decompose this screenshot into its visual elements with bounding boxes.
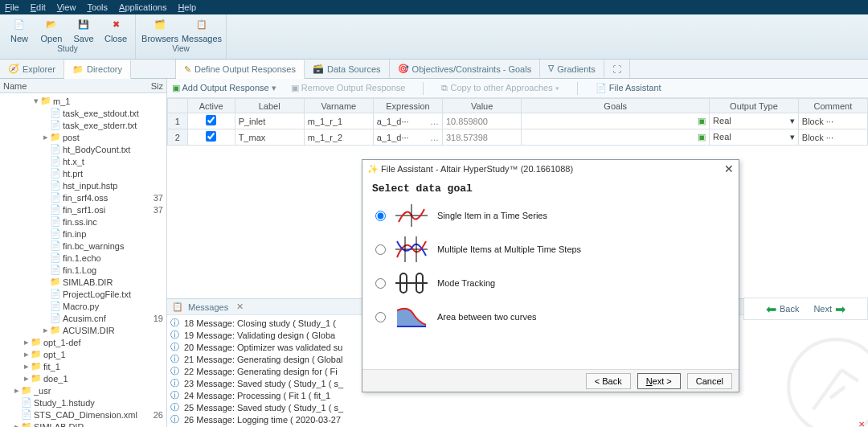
- column-header[interactable]: Varname: [304, 99, 373, 113]
- tree-twisty-icon[interactable]: ▸: [23, 349, 31, 359]
- output-type-cell[interactable]: Real ▾: [710, 113, 799, 129]
- goal-radio[interactable]: [375, 312, 386, 322]
- tree-item[interactable]: 📄fin.1.echo: [0, 252, 166, 264]
- varname-cell[interactable]: m_1_r_1: [304, 113, 373, 129]
- tree-item[interactable]: ▸📁ACUSIM.DIR: [0, 324, 166, 336]
- column-header[interactable]: Expression: [373, 99, 442, 113]
- save-button[interactable]: 💾 Save: [69, 16, 98, 43]
- tree-twisty-icon[interactable]: ▸: [23, 337, 31, 347]
- nav-next-button[interactable]: Next ➡: [813, 302, 845, 317]
- menu-applications[interactable]: Applications: [119, 2, 166, 12]
- expression-cell[interactable]: a_1_d··· …: [373, 129, 442, 146]
- goal-option-multi[interactable]: Multiple Items at Multiple Time Steps: [372, 235, 729, 264]
- dialog-close-icon[interactable]: ✕: [724, 162, 734, 175]
- tree-item[interactable]: 📄fin.1.Log: [0, 264, 166, 276]
- dropdown-icon[interactable]: ▾: [272, 83, 276, 92]
- menu-edit[interactable]: Edit: [31, 2, 46, 12]
- nav-back-button[interactable]: ⬅ Back: [766, 302, 799, 317]
- menu-file[interactable]: File: [5, 2, 19, 12]
- goal-radio[interactable]: [375, 244, 386, 255]
- tab-data-sources[interactable]: 🗃️ Data Sources: [305, 60, 390, 78]
- tree-item[interactable]: 📁SIMLAB.DIR: [0, 276, 166, 288]
- dialog-next-button[interactable]: Next >: [637, 373, 681, 389]
- tree-item[interactable]: 📄Acusim.cnf19: [0, 312, 166, 324]
- tab-expand[interactable]: ⛶: [604, 60, 630, 78]
- message-line[interactable]: ⓘ25 Message: Saved study ( Study_1 ( s_: [170, 401, 865, 413]
- dialog-cancel-button[interactable]: Cancel: [687, 373, 732, 389]
- value-cell[interactable]: 10.859800: [442, 113, 521, 129]
- tree-item[interactable]: 📄ProjectLogFile.txt: [0, 288, 166, 300]
- tree-item[interactable]: 📄ht.prt: [0, 167, 166, 179]
- tree-item[interactable]: 📄ht.x_t: [0, 155, 166, 167]
- tree-item[interactable]: ▾📁m_1: [0, 95, 166, 107]
- tree-item[interactable]: ▸📁fit_1: [0, 360, 166, 372]
- dialog-titlebar[interactable]: ✨ File Assistant - Altair HyperStudy™ (2…: [362, 160, 739, 178]
- column-header[interactable]: Comment: [798, 99, 867, 113]
- comment-cell[interactable]: Block ···: [798, 113, 867, 129]
- menu-view[interactable]: View: [57, 2, 76, 12]
- add-output-button[interactable]: ▣ Add Output Response ▾: [172, 83, 276, 93]
- comment-cell[interactable]: Block ···: [798, 129, 867, 146]
- tree-item[interactable]: 📄Study_1.hstudy: [0, 396, 166, 409]
- tree-twisty-icon[interactable]: ▸: [23, 373, 31, 384]
- tree-twisty-icon[interactable]: ▾: [32, 96, 40, 106]
- tree-item[interactable]: ▸📁opt_1-def: [0, 336, 166, 348]
- output-type-cell[interactable]: Real ▾: [710, 129, 799, 146]
- column-header[interactable]: Active: [187, 99, 235, 113]
- tab-directory[interactable]: 📁 Directory: [64, 60, 131, 79]
- goal-option-mode[interactable]: Mode Tracking: [372, 269, 729, 298]
- goals-cell[interactable]: ▣: [522, 113, 710, 129]
- sidebar-header-size[interactable]: Siz: [151, 81, 163, 91]
- goal-radio[interactable]: [375, 211, 386, 221]
- tree-item[interactable]: 📄fin.ss.inc: [0, 216, 166, 228]
- tree-item[interactable]: ▸📁post: [0, 131, 166, 143]
- file-tree[interactable]: ▾📁m_1📄task_exe_stdout.txt📄task_exe_stder…: [0, 93, 166, 427]
- active-cell[interactable]: [187, 113, 235, 129]
- column-header[interactable]: [168, 99, 188, 113]
- goals-cell[interactable]: ▣: [522, 129, 710, 146]
- label-cell[interactable]: P_inlet: [235, 113, 304, 129]
- goal-radio[interactable]: [375, 278, 386, 289]
- tree-item[interactable]: ▸📁opt_1: [0, 348, 166, 360]
- tree-twisty-icon[interactable]: ▸: [23, 361, 31, 372]
- column-header[interactable]: Value: [442, 99, 521, 113]
- column-header[interactable]: Output Type: [710, 99, 799, 113]
- menu-help[interactable]: Help: [178, 2, 196, 12]
- row-number[interactable]: 1: [168, 113, 188, 129]
- tree-twisty-icon[interactable]: ▸: [42, 325, 50, 335]
- tab-gradients[interactable]: ∇ Gradients: [540, 60, 604, 78]
- tree-item[interactable]: 📄fin_srf4.oss37: [0, 191, 166, 203]
- close-button[interactable]: ✖ Close: [101, 16, 130, 43]
- active-checkbox[interactable]: [206, 115, 216, 125]
- message-line[interactable]: ⓘ26 Message: Logging time ( 2020-03-27: [170, 413, 865, 425]
- active-checkbox[interactable]: [206, 131, 216, 142]
- goal-option-area[interactable]: Area between two curves: [372, 302, 729, 331]
- label-cell[interactable]: T_max: [235, 129, 304, 146]
- tab-define-output[interactable]: ✎ Define Output Responses: [176, 60, 305, 79]
- output-responses-table[interactable]: ActiveLabelVarnameExpressionValueGoalsOu…: [167, 98, 868, 146]
- table-row[interactable]: 2T_maxm_1_r_2a_1_d··· …318.57398▣Real ▾B…: [168, 129, 868, 146]
- active-cell[interactable]: [187, 129, 235, 146]
- tree-twisty-icon[interactable]: ▸: [13, 385, 21, 396]
- tree-item[interactable]: 📄STS_CAD_Dimension.xml26: [0, 409, 166, 421]
- panel-close-icon[interactable]: ✕: [858, 420, 865, 427]
- row-number[interactable]: 2: [168, 129, 188, 146]
- menu-tools[interactable]: Tools: [87, 2, 108, 12]
- open-button[interactable]: 📂 Open: [37, 16, 66, 43]
- tab-objectives[interactable]: 🎯 Objectives/Constraints - Goals: [390, 60, 541, 78]
- tree-item[interactable]: 📄Macro.py: [0, 300, 166, 312]
- tree-item[interactable]: 📄fin.bc_warnings: [0, 240, 166, 252]
- tree-twisty-icon[interactable]: ▸: [42, 132, 50, 142]
- varname-cell[interactable]: m_1_r_2: [304, 129, 373, 146]
- tree-item[interactable]: ▸📁doe_1: [0, 372, 166, 384]
- new-button[interactable]: 📄 New: [5, 16, 34, 43]
- tree-twisty-icon[interactable]: ▸: [13, 421, 21, 427]
- tree-item[interactable]: ▸📁_usr: [0, 384, 166, 396]
- table-row[interactable]: 1P_inletm_1_r_1a_1_d··· …10.859800▣Real …: [168, 113, 868, 129]
- tree-item[interactable]: 📄hst_input.hstp: [0, 179, 166, 191]
- tree-item[interactable]: 📄ht_BodyCount.txt: [0, 143, 166, 155]
- expression-cell[interactable]: a_1_d··· …: [373, 113, 442, 129]
- goal-option-single[interactable]: Single Item in a Time Series: [372, 201, 729, 230]
- file-assistant-button[interactable]: 📄 File Assistant: [596, 83, 661, 93]
- sidebar-header-name[interactable]: Name: [3, 81, 27, 91]
